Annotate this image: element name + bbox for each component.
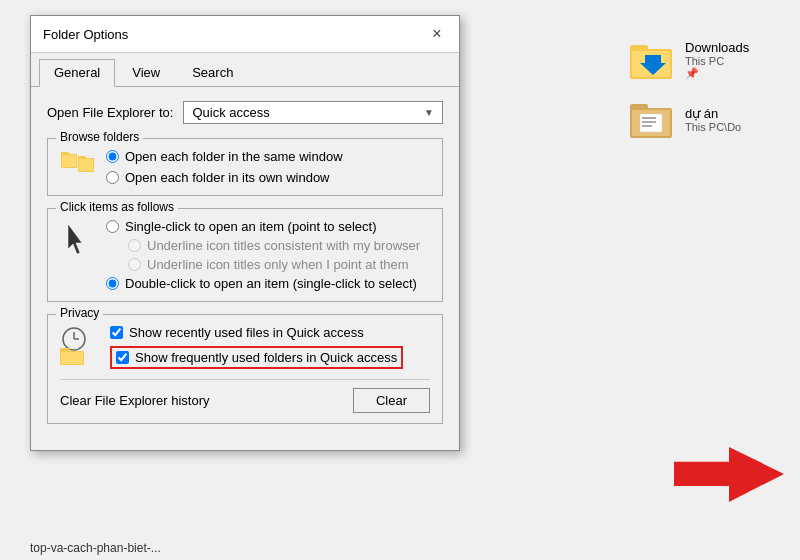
privacy-check1-label: Show recently used files in Quick access: [129, 325, 364, 340]
clear-history-label: Clear File Explorer history: [60, 393, 210, 408]
dropdown-arrow-icon: ▼: [424, 107, 434, 118]
tab-general[interactable]: General: [39, 59, 115, 87]
downloads-pin: 📌: [685, 67, 749, 80]
duan-item-text: dự án This PC\Do: [685, 106, 741, 133]
click-items-inner: Single-click to open an item (point to s…: [60, 219, 430, 291]
tab-search[interactable]: Search: [177, 59, 248, 86]
browse-option2-label: Open each folder in its own window: [125, 170, 330, 185]
title-bar: Folder Options ×: [31, 16, 459, 53]
open-fe-value: Quick access: [192, 105, 269, 120]
browse-option1-radio[interactable]: [106, 150, 119, 163]
downloads-item-text: Downloads This PC 📌: [685, 40, 749, 80]
tab-view[interactable]: View: [117, 59, 175, 86]
svg-rect-5: [630, 104, 648, 110]
svg-rect-23: [61, 352, 83, 364]
downloads-name: Downloads: [685, 40, 749, 55]
duan-name: dự án: [685, 106, 741, 121]
explorer-items-panel: Downloads This PC 📌 dự án: [620, 30, 800, 168]
downloads-folder-icon: [630, 41, 675, 79]
duan-sub: This PC\Do: [685, 121, 741, 133]
browse-folders-options: Open each folder in the same window Open…: [106, 149, 343, 185]
dialog-title: Folder Options: [43, 27, 128, 42]
open-fe-label: Open File Explorer to:: [47, 105, 173, 120]
click-option2-row: Double-click to open an item (single-cli…: [106, 276, 420, 291]
privacy-title: Privacy: [56, 306, 103, 320]
privacy-inner: Show recently used files in Quick access…: [60, 325, 430, 369]
open-fe-dropdown[interactable]: Quick access ▼: [183, 101, 443, 124]
svg-marker-24: [674, 447, 784, 502]
click-sub1-radio[interactable]: [128, 239, 141, 252]
dialog-content: Open File Explorer to: Quick access ▼ Br…: [31, 87, 459, 450]
privacy-check2[interactable]: [116, 351, 129, 364]
downloads-sub: This PC: [685, 55, 749, 67]
click-sub2-label: Underline icon titles only when I point …: [147, 257, 409, 272]
browse-option2-radio[interactable]: [106, 171, 119, 184]
privacy-check2-highlighted: Show frequently used folders in Quick ac…: [110, 346, 403, 369]
svg-rect-1: [630, 45, 648, 51]
click-items-icon: [60, 219, 96, 273]
svg-rect-9: [642, 121, 656, 123]
svg-rect-16: [79, 159, 93, 171]
close-button[interactable]: ×: [427, 24, 447, 44]
clear-history-row: Clear File Explorer history Clear: [60, 379, 430, 413]
click-option2-radio[interactable]: [106, 277, 119, 290]
privacy-section: Privacy: [47, 314, 443, 424]
clear-button[interactable]: Clear: [353, 388, 430, 413]
click-option1-label: Single-click to open an item (point to s…: [125, 219, 376, 234]
tabs-bar: General View Search: [31, 53, 459, 87]
privacy-icon: [60, 325, 100, 367]
browse-folders-section: Browse folders Open each folde: [47, 138, 443, 196]
click-option1-radio[interactable]: [106, 220, 119, 233]
duan-folder-icon: [630, 100, 675, 138]
click-items-section: Click items as follows Single-click to o…: [47, 208, 443, 302]
browse-option1-label: Open each folder in the same window: [125, 149, 343, 164]
folder-options-dialog: Folder Options × General View Search Ope…: [30, 15, 460, 451]
click-options-group: Single-click to open an item (point to s…: [106, 219, 420, 291]
click-sub2-row: Underline icon titles only when I point …: [128, 257, 420, 272]
bg-bottom-text: top-va-cach-phan-biet-...: [30, 541, 161, 555]
privacy-check1-row: Show recently used files in Quick access: [110, 325, 403, 340]
click-sub1-row: Underline icon titles consistent with my…: [128, 238, 420, 253]
privacy-check1[interactable]: [110, 326, 123, 339]
browse-folders-icon: [60, 149, 96, 185]
click-sub1-label: Underline icon titles consistent with my…: [147, 238, 420, 253]
browse-option2-row: Open each folder in its own window: [106, 170, 343, 185]
red-arrow-indicator: [674, 447, 784, 502]
list-item: Downloads This PC 📌: [630, 40, 790, 80]
browse-folders-inner: Open each folder in the same window Open…: [60, 149, 430, 185]
browse-option1-row: Open each folder in the same window: [106, 149, 343, 164]
open-file-explorer-row: Open File Explorer to: Quick access ▼: [47, 101, 443, 124]
svg-rect-8: [642, 117, 656, 119]
svg-rect-13: [62, 155, 76, 167]
list-item: dự án This PC\Do: [630, 100, 790, 138]
click-option2-label: Double-click to open an item (single-cli…: [125, 276, 417, 291]
svg-marker-17: [68, 224, 82, 254]
click-sub2-radio[interactable]: [128, 258, 141, 271]
browse-folders-title: Browse folders: [56, 130, 143, 144]
click-option1-row: Single-click to open an item (point to s…: [106, 219, 420, 234]
svg-rect-10: [642, 125, 652, 127]
click-items-title: Click items as follows: [56, 200, 178, 214]
privacy-check2-label: Show frequently used folders in Quick ac…: [135, 350, 397, 365]
privacy-checkboxes: Show recently used files in Quick access…: [110, 325, 403, 369]
